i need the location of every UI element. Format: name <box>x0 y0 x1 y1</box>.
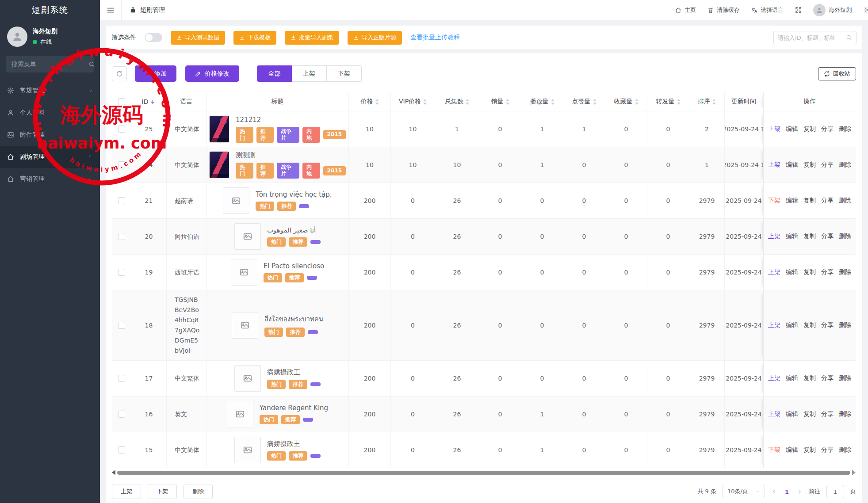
delete-link[interactable]: 删除 <box>839 197 851 205</box>
bulk-button-1[interactable]: 上架 <box>112 484 141 499</box>
price-edit-button[interactable]: 价格修改 <box>185 65 239 82</box>
header-plays[interactable]: 播放量 <box>521 92 563 111</box>
scroll-right-icon[interactable] <box>852 470 856 475</box>
put-on-link[interactable]: 上架 <box>768 232 780 240</box>
row-checkbox[interactable] <box>118 233 125 240</box>
header-shares[interactable]: 转发量 <box>647 92 689 111</box>
take-down-link[interactable]: 下架 <box>768 446 780 454</box>
sort-carets-icon[interactable] <box>635 99 639 105</box>
copy-link[interactable]: 复制 <box>803 125 816 133</box>
put-on-link[interactable]: 上架 <box>768 410 780 418</box>
tab-short-drama[interactable]: 短剧管理 <box>121 0 173 20</box>
copy-link[interactable]: 复制 <box>803 197 816 205</box>
select-all-checkbox[interactable] <box>118 98 125 105</box>
edit-link[interactable]: 编辑 <box>786 321 798 329</box>
gear-icon[interactable] <box>863 6 868 14</box>
poster-thumbnail[interactable] <box>209 151 229 179</box>
row-checkbox[interactable] <box>118 411 125 418</box>
share-link[interactable]: 分享 <box>821 232 834 240</box>
edit-link[interactable]: 编辑 <box>786 125 798 133</box>
copy-link[interactable]: 复制 <box>803 321 816 329</box>
search-icon[interactable] <box>88 61 95 68</box>
poster-thumbnail[interactable] <box>209 115 229 143</box>
share-link[interactable]: 分享 <box>821 321 834 329</box>
put-on-link[interactable]: 上架 <box>768 321 780 329</box>
share-link[interactable]: 分享 <box>821 125 834 133</box>
bulk-button-2[interactable]: 下架 <box>148 484 177 499</box>
add-button[interactable]: 添加 <box>135 65 176 82</box>
header-id[interactable]: ID <box>131 92 167 111</box>
row-checkbox[interactable] <box>118 126 125 133</box>
import-button-4[interactable]: 导入正版片源 <box>348 31 402 45</box>
sidebar-item-1[interactable]: 常规管理 <box>0 80 100 102</box>
sort-carets-icon[interactable] <box>375 99 379 105</box>
topnav-item-1[interactable]: 主页 <box>675 6 696 14</box>
batch-upload-tutorial-link[interactable]: 查看批量上传教程 <box>410 34 460 42</box>
copy-link[interactable]: 复制 <box>803 446 816 454</box>
copy-link[interactable]: 复制 <box>803 161 816 169</box>
header-vip[interactable]: VIP价格 <box>391 92 435 111</box>
delete-link[interactable]: 删除 <box>839 232 851 240</box>
image-placeholder-icon[interactable] <box>234 365 261 392</box>
table-search-input[interactable] <box>778 34 846 41</box>
share-link[interactable]: 分享 <box>821 446 834 454</box>
edit-link[interactable]: 编辑 <box>786 410 798 418</box>
edit-link[interactable]: 编辑 <box>786 446 798 454</box>
bulk-button-3[interactable]: 删除 <box>184 484 213 499</box>
delete-link[interactable]: 删除 <box>839 374 851 382</box>
header-sales[interactable]: 销量 <box>479 92 521 111</box>
goto-page-input[interactable] <box>826 485 844 498</box>
delete-link[interactable]: 删除 <box>839 161 851 169</box>
segment-1[interactable]: 全部 <box>257 65 292 82</box>
menu-search-input[interactable] <box>11 61 88 68</box>
import-button-1[interactable]: 导入测试数据 <box>171 31 225 45</box>
fullscreen-icon[interactable] <box>795 7 802 13</box>
row-checkbox[interactable] <box>118 197 125 204</box>
delete-link[interactable]: 删除 <box>839 321 851 329</box>
topnav-item-2[interactable]: 清除缓存 <box>707 6 740 14</box>
row-checkbox[interactable] <box>118 446 125 453</box>
image-placeholder-icon[interactable] <box>234 437 261 463</box>
delete-link[interactable]: 删除 <box>839 410 851 418</box>
sidebar-item-2[interactable]: 个人资料 <box>0 102 100 124</box>
edit-link[interactable]: 编辑 <box>786 374 798 382</box>
search-icon[interactable] <box>846 34 852 41</box>
image-placeholder-icon[interactable] <box>231 259 257 286</box>
sort-carets-icon[interactable] <box>466 99 469 105</box>
sort-carets-icon[interactable] <box>551 99 554 105</box>
sort-carets-icon[interactable] <box>423 99 427 105</box>
put-on-link[interactable]: 上架 <box>768 161 780 169</box>
scroll-left-icon[interactable] <box>112 470 115 475</box>
put-on-link[interactable]: 上架 <box>768 268 780 276</box>
share-link[interactable]: 分享 <box>821 161 834 169</box>
sort-carets-icon[interactable] <box>712 99 716 105</box>
share-link[interactable]: 分享 <box>821 374 834 382</box>
header-likes[interactable]: 点赞量 <box>563 92 605 111</box>
put-on-link[interactable]: 上架 <box>768 125 780 133</box>
sort-carets-icon[interactable] <box>506 99 509 105</box>
page-number[interactable]: 1 <box>783 488 791 495</box>
segment-2[interactable]: 上架 <box>292 65 327 82</box>
sidebar-item-3[interactable]: 附件管理 <box>0 124 100 146</box>
edit-link[interactable]: 编辑 <box>786 161 798 169</box>
header-sort[interactable]: 排序 <box>689 92 725 111</box>
image-placeholder-icon[interactable] <box>223 187 249 214</box>
topbar-user[interactable]: 海外短剧 <box>813 4 852 16</box>
scrollbar-thumb[interactable] <box>117 471 850 475</box>
image-placeholder-icon[interactable] <box>227 401 253 427</box>
header-price[interactable]: 价格 <box>349 92 391 111</box>
filter-toggle[interactable] <box>145 33 162 42</box>
copy-link[interactable]: 复制 <box>803 374 816 382</box>
image-placeholder-icon[interactable] <box>234 223 261 250</box>
import-button-3[interactable]: 批量导入剧集 <box>285 31 339 45</box>
header-episodes[interactable]: 总集数 <box>435 92 479 111</box>
image-placeholder-icon[interactable] <box>232 312 258 339</box>
delete-link[interactable]: 删除 <box>839 446 851 454</box>
hamburger-icon[interactable] <box>100 6 121 14</box>
sort-carets-icon[interactable] <box>593 99 597 105</box>
sort-carets-icon[interactable] <box>677 99 681 105</box>
copy-link[interactable]: 复制 <box>803 410 816 418</box>
edit-link[interactable]: 编辑 <box>786 268 798 276</box>
recycle-bin-button[interactable]: 回收站 <box>818 67 856 80</box>
page-size-select[interactable]: 10条/页 <box>723 485 765 498</box>
